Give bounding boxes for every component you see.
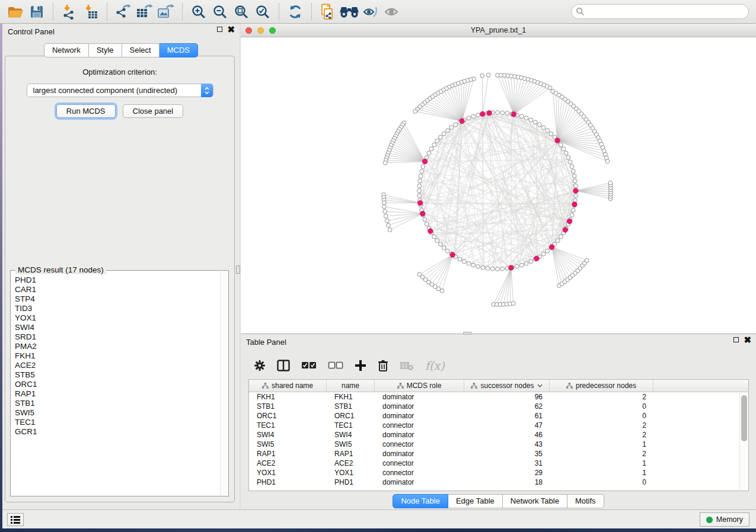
import-table-icon[interactable] — [80, 2, 101, 21]
network-node[interactable] — [417, 194, 422, 198]
network-node[interactable] — [546, 249, 550, 253]
table-tab-network-table[interactable]: Network Table — [503, 494, 567, 508]
network-node[interactable] — [449, 126, 454, 130]
network-node[interactable] — [432, 235, 436, 239]
network-node[interactable] — [524, 116, 528, 120]
mcds-hub-node[interactable] — [422, 159, 428, 164]
zoom-out-icon[interactable] — [209, 2, 231, 21]
network-node[interactable] — [496, 267, 500, 271]
mcds-result-item[interactable]: TEC1 — [15, 418, 220, 427]
close-panel-icon[interactable]: ✖ — [227, 26, 235, 33]
network-node[interactable] — [476, 264, 480, 268]
delete-table-icon[interactable] — [400, 360, 414, 371]
network-node[interactable] — [417, 184, 422, 188]
network-node[interactable] — [559, 143, 563, 147]
network-leaf-node[interactable] — [387, 223, 391, 227]
network-node[interactable] — [423, 217, 427, 222]
open-folder-icon[interactable] — [5, 2, 26, 21]
mcds-hub-node[interactable] — [420, 211, 425, 216]
mcds-hub-node[interactable] — [417, 200, 423, 206]
table-tab-motifs[interactable]: Motifs — [567, 494, 604, 508]
network-node[interactable] — [486, 267, 490, 271]
function-builder-icon[interactable]: f(x) — [425, 359, 445, 372]
mcds-result-item[interactable]: STB1 — [15, 399, 220, 408]
column-header-MCDS-role[interactable]: MCDS role — [375, 380, 464, 392]
network-leaf-node[interactable] — [385, 219, 389, 223]
network-canvas[interactable] — [241, 37, 756, 334]
network-node[interactable] — [566, 155, 570, 159]
network-leaf-node[interactable] — [486, 73, 490, 77]
network-node[interactable] — [549, 132, 553, 136]
network-node[interactable] — [533, 120, 537, 124]
network-window-titlebar[interactable]: YPA_prune.txt_1 — [241, 24, 756, 37]
network-node[interactable] — [515, 264, 519, 268]
mcds-hub-node[interactable] — [534, 256, 540, 261]
network-node[interactable] — [571, 169, 575, 174]
network-node[interactable] — [467, 261, 471, 265]
mcds-hub-node[interactable] — [573, 188, 579, 194]
mcds-result-item[interactable]: SWI5 — [15, 408, 220, 418]
column-header-predecessor-nodes[interactable]: predecessor nodes — [550, 380, 653, 392]
network-leaf-node[interactable] — [496, 73, 500, 78]
network-node[interactable] — [571, 208, 575, 212]
network-node[interactable] — [420, 169, 424, 174]
tab-network[interactable]: Network — [44, 43, 89, 57]
mcds-hub-node[interactable] — [572, 202, 578, 207]
table-row[interactable]: FKH1FKH1dominator962 — [249, 392, 739, 402]
network-leaf-node[interactable] — [382, 201, 387, 205]
column-header-shared-name[interactable]: shared name — [249, 380, 327, 392]
mcds-result-item[interactable]: PHD1 — [15, 275, 220, 285]
select-all-icon[interactable] — [301, 361, 317, 370]
tab-style[interactable]: Style — [89, 43, 122, 57]
network-node[interactable] — [505, 111, 509, 116]
network-node[interactable] — [435, 239, 439, 243]
mcds-result-scrollbar[interactable] — [220, 271, 228, 495]
show-graphics-details-icon[interactable] — [381, 2, 403, 21]
table-row[interactable]: PHD1PHD1dominator180 — [249, 477, 739, 487]
network-node[interactable] — [573, 194, 578, 198]
column-header-name[interactable]: name — [327, 380, 375, 392]
table-row[interactable]: SWI4SWI4dominator462 — [249, 430, 739, 440]
network-node[interactable] — [568, 160, 572, 164]
table-settings-icon[interactable] — [254, 360, 266, 371]
network-node[interactable] — [471, 263, 476, 267]
float-panel-icon[interactable] — [217, 27, 222, 32]
network-leaf-node[interactable] — [383, 161, 387, 165]
network-node[interactable] — [481, 265, 485, 270]
network-node[interactable] — [564, 151, 568, 155]
hide-graphics-details-icon[interactable] — [360, 2, 381, 21]
network-node[interactable] — [490, 267, 495, 271]
mcds-result-item[interactable]: SRD1 — [15, 332, 220, 342]
table-row[interactable]: YOX1YOX1connector291 — [249, 468, 739, 477]
network-node[interactable] — [524, 261, 528, 265]
column-header-successor-nodes[interactable]: successor nodes — [464, 380, 550, 392]
network-node[interactable] — [541, 252, 546, 256]
network-leaf-node[interactable] — [413, 110, 417, 114]
export-network-icon[interactable] — [113, 2, 134, 21]
network-node[interactable] — [572, 174, 576, 178]
table-row[interactable]: SWI5SWI5connector431 — [249, 440, 739, 449]
search-network-icon[interactable] — [339, 2, 360, 21]
close-panel-button[interactable]: Close panel — [123, 104, 184, 118]
mcds-hub-node[interactable] — [555, 138, 560, 143]
network-leaf-node[interactable] — [511, 302, 515, 306]
save-icon[interactable] — [26, 2, 47, 21]
network-node[interactable] — [556, 239, 560, 243]
network-node[interactable] — [570, 165, 574, 169]
network-node[interactable] — [419, 174, 423, 178]
network-node[interactable] — [519, 263, 524, 267]
table-row[interactable]: TEC1TEC1connector472 — [249, 421, 739, 430]
network-node[interactable] — [467, 116, 471, 120]
network-node[interactable] — [435, 139, 439, 143]
mcds-result-item[interactable]: CAR1 — [15, 285, 220, 294]
network-node[interactable] — [442, 132, 446, 136]
mcds-result-item[interactable]: ACE2 — [15, 361, 220, 370]
mcds-hub-node[interactable] — [509, 265, 514, 271]
table-row[interactable]: RAP1RAP1dominator352 — [249, 449, 739, 459]
import-network-icon[interactable] — [59, 2, 80, 21]
network-node[interactable] — [471, 114, 476, 118]
mcds-result-item[interactable]: TID3 — [15, 304, 220, 313]
mcds-hub-node[interactable] — [428, 229, 433, 234]
search-input[interactable] — [571, 4, 749, 19]
network-node[interactable] — [541, 126, 546, 130]
